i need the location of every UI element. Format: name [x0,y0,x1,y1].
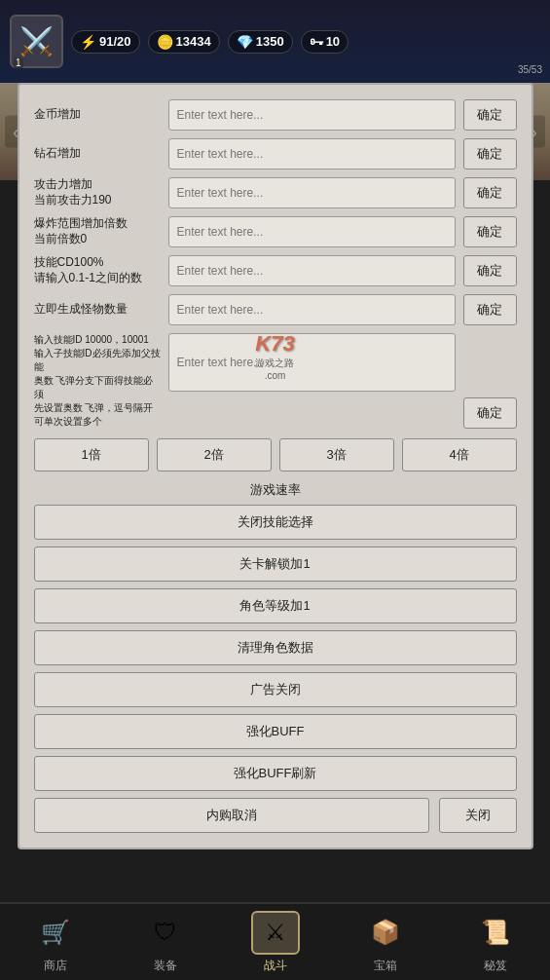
nav-treasure[interactable]: 📦 宝箱 [347,906,424,979]
diamond-row: 钻石增加 确定 [34,138,517,170]
nav-treasure-icon-box: 📦 [361,911,410,955]
diamond-value: 1350 [256,34,284,49]
nav-secret[interactable]: 📜 秘笈 [457,906,534,979]
avatar: ⚔️ 1 [10,15,63,68]
clear-data-btn[interactable]: 清理角色数据 [34,630,517,665]
speed-4x-btn[interactable]: 4倍 [402,438,517,471]
speed-2x-btn[interactable]: 2倍 [157,438,272,471]
skill-id-input[interactable] [168,333,456,392]
cd-confirm-btn[interactable]: 确定 [463,255,517,286]
cancel-purchase-btn[interactable]: 内购取消 [34,798,429,833]
nav-equipment-icon-box: 🛡 [141,911,190,955]
gold-row: 金币增加 确定 [34,99,517,131]
attack-input[interactable] [168,177,456,208]
nav-battle[interactable]: ⚔ 战斗 [237,906,314,979]
dialog-close-btn[interactable]: 关闭 [439,798,517,833]
nav-secret-label: 秘笈 [484,958,507,974]
dialog-backdrop: 金币增加 确定 钻石增加 确定 攻击力增加 当前攻击力190 确定 爆炸范围增加… [0,83,550,902]
treasure-icon: 📦 [371,919,400,946]
energy-icon: ⚡ [80,34,96,50]
spawn-label: 立即生成怪物数量 [34,302,161,318]
explosion-confirm-btn[interactable]: 确定 [463,216,517,247]
nav-equipment[interactable]: 🛡 装备 [127,906,204,979]
spawn-row: 立即生成怪物数量 确定 [34,294,517,325]
explosion-input[interactable] [168,216,456,247]
speed-label: 游戏速率 [34,481,517,499]
progress-bar: 35/53 [518,64,542,75]
nav-secret-icon-box: 📜 [471,911,520,955]
gold-label: 金币增加 [34,107,161,123]
diamond-confirm-btn[interactable]: 确定 [463,138,517,170]
nav-battle-icon-box: ⚔ [251,911,300,955]
k73-logo: K73 [255,331,294,357]
bottom-nav: 🛒 商店 🛡 装备 ⚔ 战斗 📦 宝箱 📜 秘笈 [0,902,550,980]
unlock-level-btn[interactable]: 关卡解锁加1 [34,547,517,582]
energy-stat: ⚡ 91/20 [71,30,140,54]
cd-row: 技能CD100% 请输入0.1-1之间的数 确定 [34,255,517,286]
explosion-label: 爆炸范围增加倍数 当前倍数0 [34,216,161,246]
cd-label: 技能CD100% 请输入0.1-1之间的数 [34,255,161,285]
spawn-confirm-btn[interactable]: 确定 [463,294,517,325]
gold-input[interactable] [168,99,456,131]
cheat-dialog: 金币增加 确定 钻石增加 确定 攻击力增加 当前攻击力190 确定 爆炸范围增加… [18,83,533,849]
nav-shop-icon-box: 🛒 [31,911,80,955]
skill-id-label: 输入技能ID 10000，10001 输入子技能ID必须先添加父技能 奥数 飞弹… [34,333,161,429]
equipment-icon: 🛡 [154,919,177,946]
level-up-btn[interactable]: 角色等级加1 [34,588,517,623]
bottom-row: 内购取消 关闭 [34,798,517,833]
secret-icon: 📜 [481,919,510,946]
top-bar: ⚔️ 1 ⚡ 91/20 🪙 13434 💎 1350 🗝 10 35/53 [0,0,550,83]
attack-label: 攻击力增加 当前攻击力190 [34,177,161,207]
nav-shop[interactable]: 🛒 商店 [17,906,94,979]
speed-1x-btn[interactable]: 1倍 [34,438,149,471]
nav-shop-label: 商店 [44,958,67,974]
gold-icon: 🪙 [157,34,173,50]
key-stat: 🗝 10 [301,30,348,54]
speed-section: 1倍 2倍 3倍 4倍 游戏速率 [34,438,517,499]
speed-buttons-row: 1倍 2倍 3倍 4倍 [34,438,517,471]
level-badge: 1 [14,57,23,68]
diamond-icon: 💎 [237,34,253,50]
diamond-input[interactable] [168,138,456,170]
close-ad-btn[interactable]: 广告关闭 [34,672,517,707]
k73-watermark: K73 游戏之路.com [255,331,294,381]
key-icon: 🗝 [310,34,323,50]
enhance-buff-btn[interactable]: 强化BUFF [34,714,517,749]
close-skill-btn[interactable]: 关闭技能选择 [34,505,517,540]
shop-icon: 🛒 [41,919,70,946]
gold-value: 13434 [176,34,211,49]
k73-sub: 游戏之路.com [255,357,294,381]
attack-row: 攻击力增加 当前攻击力190 确定 [34,177,517,208]
nav-equipment-label: 装备 [154,958,177,974]
skill-id-confirm-btn[interactable]: 确定 [463,397,517,429]
spawn-input[interactable] [168,294,456,325]
gold-confirm-btn[interactable]: 确定 [463,99,517,131]
nav-battle-label: 战斗 [264,958,287,974]
cd-input[interactable] [168,255,456,286]
gold-stat: 🪙 13434 [148,30,220,54]
diamond-label: 钻石增加 [34,146,161,162]
avatar-icon: ⚔️ [19,25,54,57]
explosion-row: 爆炸范围增加倍数 当前倍数0 确定 [34,216,517,247]
battle-icon: ⚔ [265,919,286,946]
refresh-buff-btn[interactable]: 强化BUFF刷新 [34,756,517,791]
nav-treasure-label: 宝箱 [374,958,397,974]
diamond-stat: 💎 1350 [228,30,293,54]
speed-3x-btn[interactable]: 3倍 [279,438,394,471]
key-value: 10 [326,34,340,49]
attack-confirm-btn[interactable]: 确定 [463,177,517,208]
progress-text: 35/53 [518,64,542,75]
energy-value: 91/20 [99,34,131,49]
